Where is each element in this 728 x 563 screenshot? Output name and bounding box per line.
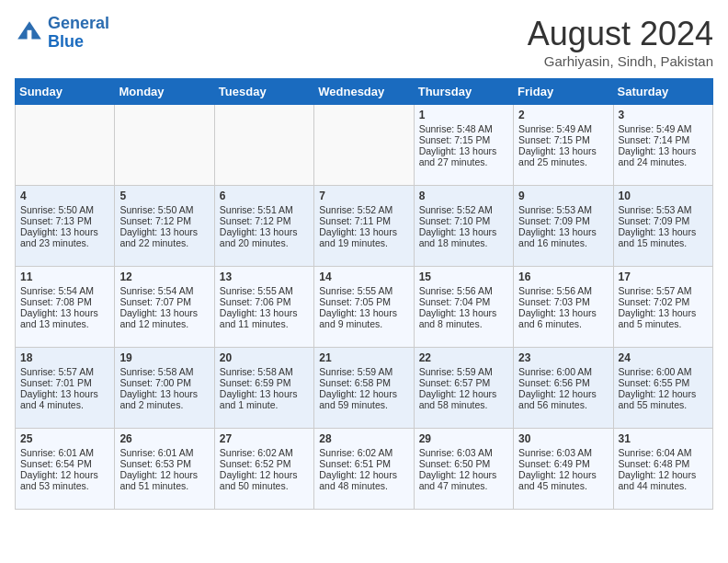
cell-line: Sunrise: 6:03 AM xyxy=(419,447,508,458)
calendar-cell xyxy=(314,105,414,186)
cell-line: and 55 minutes. xyxy=(619,399,708,410)
day-number: 17 xyxy=(619,270,708,283)
day-number: 8 xyxy=(419,190,508,202)
cell-line: Sunset: 7:11 PM xyxy=(319,215,408,226)
cell-line: Daylight: 13 hours xyxy=(619,226,708,237)
day-number: 1 xyxy=(419,109,508,121)
cell-line: Sunrise: 6:00 AM xyxy=(518,366,608,377)
calendar-cell: 21Sunrise: 5:59 AMSunset: 6:58 PMDayligh… xyxy=(314,348,414,429)
calendar-cell: 14Sunrise: 5:55 AMSunset: 7:05 PMDayligh… xyxy=(314,267,414,348)
cell-line: Daylight: 13 hours xyxy=(119,226,209,237)
cell-line: Sunset: 7:01 PM xyxy=(20,377,109,388)
cell-line: and 50 minutes. xyxy=(220,480,309,491)
cell-line: Daylight: 12 hours xyxy=(20,469,109,480)
calendar-cell: 28Sunrise: 6:02 AMSunset: 6:51 PMDayligh… xyxy=(314,429,414,510)
cell-line: and 20 minutes. xyxy=(220,237,309,248)
calendar-cell: 2Sunrise: 5:49 AMSunset: 7:15 PMDaylight… xyxy=(514,105,613,186)
calendar-week-row: 4Sunrise: 5:50 AMSunset: 7:13 PMDaylight… xyxy=(16,186,713,267)
cell-line: Sunset: 7:00 PM xyxy=(119,377,209,388)
cell-line: Sunset: 6:56 PM xyxy=(518,377,608,388)
cell-line: Sunrise: 6:01 AM xyxy=(119,447,209,458)
day-number: 4 xyxy=(20,190,109,202)
day-number: 30 xyxy=(518,432,608,445)
calendar-cell: 9Sunrise: 5:53 AMSunset: 7:09 PMDaylight… xyxy=(514,186,613,267)
cell-line: Sunrise: 6:03 AM xyxy=(518,447,608,458)
calendar-cell: 6Sunrise: 5:51 AMSunset: 7:12 PMDaylight… xyxy=(214,186,313,267)
calendar-cell xyxy=(214,105,313,186)
cell-line: Sunset: 7:10 PM xyxy=(419,215,508,226)
cell-line: Daylight: 12 hours xyxy=(319,388,408,399)
cell-line: Sunset: 7:09 PM xyxy=(518,215,608,226)
cell-line: and 4 minutes. xyxy=(20,399,109,410)
calendar-cell: 4Sunrise: 5:50 AMSunset: 7:13 PMDaylight… xyxy=(16,186,115,267)
day-number: 11 xyxy=(20,270,109,283)
cell-line: Sunrise: 5:55 AM xyxy=(220,285,309,296)
cell-line: and 8 minutes. xyxy=(419,318,508,329)
cell-line: Sunset: 7:12 PM xyxy=(220,215,309,226)
calendar-table: SundayMondayTuesdayWednesdayThursdayFrid… xyxy=(15,78,713,510)
cell-line: Sunset: 7:06 PM xyxy=(220,296,309,307)
col-header-tuesday: Tuesday xyxy=(214,79,313,105)
cell-line: Sunset: 6:49 PM xyxy=(518,458,608,469)
cell-line: Sunset: 6:55 PM xyxy=(619,377,708,388)
location: Garhiyasin, Sindh, Pakistan xyxy=(528,53,713,69)
day-number: 12 xyxy=(119,270,209,283)
calendar-cell: 15Sunrise: 5:56 AMSunset: 7:04 PMDayligh… xyxy=(414,267,513,348)
calendar-cell: 5Sunrise: 5:50 AMSunset: 7:12 PMDaylight… xyxy=(115,186,214,267)
cell-line: Sunrise: 5:53 AM xyxy=(518,204,608,215)
calendar-cell: 23Sunrise: 6:00 AMSunset: 6:56 PMDayligh… xyxy=(514,348,613,429)
calendar-week-row: 11Sunrise: 5:54 AMSunset: 7:08 PMDayligh… xyxy=(16,267,713,348)
col-header-monday: Monday xyxy=(115,79,214,105)
day-number: 28 xyxy=(319,432,408,445)
month-title: August 2024 xyxy=(528,15,713,53)
calendar-week-row: 1Sunrise: 5:48 AMSunset: 7:15 PMDaylight… xyxy=(16,105,713,186)
logo-icon xyxy=(15,18,44,48)
cell-line: and 59 minutes. xyxy=(319,399,408,410)
day-number: 6 xyxy=(220,190,309,202)
cell-line: Sunrise: 5:53 AM xyxy=(619,204,708,215)
cell-line: Sunrise: 5:59 AM xyxy=(419,366,508,377)
cell-line: Sunrise: 5:48 AM xyxy=(419,123,508,134)
cell-line: Sunset: 7:15 PM xyxy=(518,134,608,145)
cell-line: and 6 minutes. xyxy=(518,318,608,329)
cell-line: Sunset: 6:54 PM xyxy=(20,458,109,469)
calendar-cell: 10Sunrise: 5:53 AMSunset: 7:09 PMDayligh… xyxy=(613,186,712,267)
cell-line: and 22 minutes. xyxy=(119,237,209,248)
cell-line: Sunrise: 5:50 AM xyxy=(119,204,209,215)
cell-line: Daylight: 12 hours xyxy=(619,469,708,480)
calendar-header-row: SundayMondayTuesdayWednesdayThursdayFrid… xyxy=(16,79,713,105)
calendar-cell: 31Sunrise: 6:04 AMSunset: 6:48 PMDayligh… xyxy=(613,429,712,510)
cell-line: Sunrise: 5:55 AM xyxy=(319,285,408,296)
day-number: 14 xyxy=(319,270,408,283)
cell-line: Daylight: 13 hours xyxy=(119,307,209,318)
calendar-cell: 22Sunrise: 5:59 AMSunset: 6:57 PMDayligh… xyxy=(414,348,513,429)
cell-line: and 48 minutes. xyxy=(319,480,408,491)
cell-line: Daylight: 13 hours xyxy=(419,226,508,237)
cell-line: Sunset: 7:14 PM xyxy=(619,134,708,145)
cell-line: and 16 minutes. xyxy=(518,237,608,248)
day-number: 16 xyxy=(518,270,608,283)
cell-line: and 25 minutes. xyxy=(518,156,608,167)
calendar-cell: 1Sunrise: 5:48 AMSunset: 7:15 PMDaylight… xyxy=(414,105,513,186)
calendar-cell: 17Sunrise: 5:57 AMSunset: 7:02 PMDayligh… xyxy=(613,267,712,348)
cell-line: Daylight: 13 hours xyxy=(518,145,608,156)
cell-line: Sunset: 6:53 PM xyxy=(119,458,209,469)
cell-line: Sunset: 7:02 PM xyxy=(619,296,708,307)
cell-line: Sunrise: 6:00 AM xyxy=(619,366,708,377)
col-header-friday: Friday xyxy=(514,79,613,105)
cell-line: Daylight: 13 hours xyxy=(20,226,109,237)
cell-line: Sunset: 7:04 PM xyxy=(419,296,508,307)
cell-line: and 18 minutes. xyxy=(419,237,508,248)
calendar-cell: 29Sunrise: 6:03 AMSunset: 6:50 PMDayligh… xyxy=(414,429,513,510)
cell-line: and 5 minutes. xyxy=(619,318,708,329)
cell-line: Daylight: 13 hours xyxy=(119,388,209,399)
cell-line: Sunrise: 5:57 AM xyxy=(20,366,109,377)
svg-rect-1 xyxy=(28,30,32,40)
title-block: August 2024 Garhiyasin, Sindh, Pakistan xyxy=(528,15,713,69)
calendar-week-row: 25Sunrise: 6:01 AMSunset: 6:54 PMDayligh… xyxy=(16,429,713,510)
cell-line: Sunrise: 5:56 AM xyxy=(518,285,608,296)
calendar-cell xyxy=(16,105,115,186)
cell-line: Sunset: 6:58 PM xyxy=(319,377,408,388)
calendar-cell: 25Sunrise: 6:01 AMSunset: 6:54 PMDayligh… xyxy=(16,429,115,510)
cell-line: Daylight: 13 hours xyxy=(518,307,608,318)
